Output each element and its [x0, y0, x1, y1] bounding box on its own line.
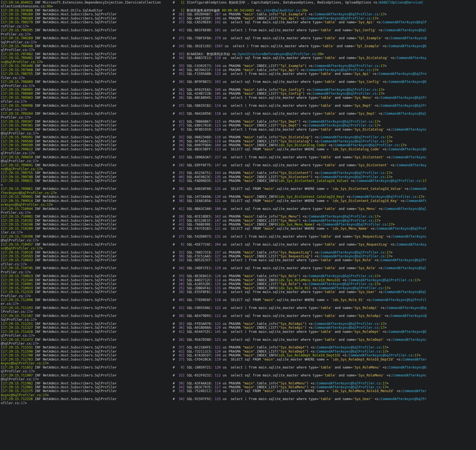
- log-row: [17:29:15.712144 INF NetAdmin.Host.Subsc…: [1, 278, 476, 282]
- log-row: [17:29:15.708889 INF NetAdmin.Host.Subsc…: [1, 80, 476, 84]
- terminal[interactable]: [17:29:14.850021 INF Microsoft.Extension…: [0, 0, 476, 450]
- log-row: [17:29:15.709755 INF NetAdmin.Host.Subsc…: [1, 171, 476, 175]
- log-row-continuation: erAsync@SqlProfiler.cs:17>: [1, 203, 476, 207]
- log-row: [17:29:15.711700 INF NetAdmin.Host.Subsc…: [1, 353, 476, 357]
- log-row: [17:29:15.712319 INF NetAdmin.Host.Subsc…: [1, 290, 476, 294]
- log-row-continuation: Profiler.cs:17>: [1, 270, 476, 274]
- log-row-continuation: @SqlProfiler.cs:17>: [1, 377, 476, 381]
- log-row: [17:29:15.709831 INF NetAdmin.Host.Subsc…: [1, 179, 476, 183]
- log-row: [17:29:15.709560 INF NetAdmin.Host.Subsc…: [1, 139, 476, 143]
- log-row-continuation: qlProfiler.cs:17>: [1, 84, 476, 88]
- log-row-continuation: ollectionExtensions.cs:95>: [1, 4, 476, 8]
- log-row-continuation: ofiler.cs:17>: [1, 262, 476, 266]
- log-row-continuation: Profiler.cs:17>: [1, 32, 476, 36]
- log-row-continuation: Profiler.cs:17>: [1, 211, 476, 215]
- log-row: [17:29:15.709264 INF NetAdmin.Host.Subsc…: [1, 112, 476, 116]
- log-row-continuation: Async@SqlProfiler.cs:17>: [1, 393, 476, 397]
- log-row: [17:29:15.709788 INF NetAdmin.Host.Subsc…: [1, 175, 476, 179]
- log-row: [17:29:15.711428 INF NetAdmin.Host.Subsc…: [1, 330, 476, 334]
- log-row-continuation: >: [1, 183, 476, 187]
- log-row: [17:29:15.710044 INF NetAdmin.Host.Subsc…: [1, 207, 476, 211]
- log-row: [17:29:15.709891 INF NetAdmin.Host.Subsc…: [1, 195, 476, 199]
- log-row: [17:29:15.709347 INF NetAdmin.Host.Subsc…: [1, 120, 476, 123]
- log-row-continuation: qlProfiler.cs:17>: [1, 369, 476, 373]
- log-row: [17:29:14.850021 INF Microsoft.Extension…: [1, 1, 476, 4]
- log-row: [17:29:15.712081 INF NetAdmin.Host.Subsc…: [1, 385, 476, 389]
- log-row: [17:29:15.709599 INF NetAdmin.Host.Subsc…: [1, 143, 476, 147]
- log-row: [17:29:15.709444 INF NetAdmin.Host.Subsc…: [1, 128, 476, 131]
- log-row: [17:29:15.710745 INF NetAdmin.Host.Subsc…: [1, 266, 476, 270]
- log-row-continuation: ofiler.cs:17>: [1, 401, 476, 405]
- log-row: [17:29:15.711167 INF NetAdmin.Host.Subsc…: [1, 314, 476, 318]
- log-row-continuation: iler.cs:17>: [1, 230, 476, 234]
- log-row: [17:29:15.710081 INF NetAdmin.Host.Subsc…: [1, 215, 476, 218]
- log-row-continuation: filer.cs:17>: [1, 76, 476, 80]
- log-row: [17:29:15.711473 INF NetAdmin.Host.Subsc…: [1, 338, 476, 342]
- log-row-continuation: SqlProfiler.cs:17>: [1, 40, 476, 44]
- log-row-continuation: rofiler.cs:17>: [1, 24, 476, 28]
- log-row: [17:29:15.707068 INF NetAdmin.Host.Subsc…: [1, 68, 476, 72]
- log-row-continuation: Profiler.cs:17>: [1, 294, 476, 298]
- log-row: [17:29:15.710289 INF NetAdmin.Host.Subsc…: [1, 227, 476, 230]
- log-row-continuation: SqlProfiler.cs:17>: [1, 318, 476, 322]
- log-row: [17:29:15.711531 INF NetAdmin.Host.Subsc…: [1, 345, 476, 349]
- log-row: [17:29:15.700295 INF NetAdmin.Host.Subsc…: [1, 28, 476, 32]
- log-row: [17:29:15.709481 INF NetAdmin.Host.Subsc…: [1, 56, 476, 60]
- log-row: [17:29:15.711982 INF NetAdmin.Host.Subsc…: [1, 381, 476, 385]
- log-row: [17:29:15.711852 INF NetAdmin.Host.Subsc…: [1, 365, 476, 369]
- log-row: [17:29:15.710813 INF NetAdmin.Host.Subsc…: [1, 274, 476, 278]
- log-row-continuation: ofiler.cs:17>: [1, 108, 476, 111]
- log-row: [17:29:15.711251 INF NetAdmin.Host.Subsc…: [1, 322, 476, 326]
- log-row-continuation: qlProfiler.cs:17>: [1, 334, 476, 338]
- log-row: [17:29:15.708755 INF NetAdmin.Host.Subsc…: [1, 72, 476, 76]
- log-row-continuation: @SqlProfiler.cs:17>: [1, 159, 476, 163]
- log-row-continuation: @SqlProfiler.cs:17>: [1, 238, 476, 242]
- log-row: [17:29:15.709983 INF NetAdmin.Host.Subsc…: [1, 96, 476, 100]
- log-row: [17:29:15.711103 INF NetAdmin.Host.Subsc…: [1, 306, 476, 310]
- log-row: [17:29:15.709622 INF NetAdmin.Host.Subsc…: [1, 147, 476, 151]
- log-row: [17:29:15.700269 INF NetAdmin.Host.Subsc…: [1, 16, 476, 20]
- log-row: [17:29:15.709096 INF NetAdmin.Host.Subsc…: [1, 104, 476, 108]
- log-row: [17:29:15.709659 INF NetAdmin.Host.Subsc…: [1, 155, 476, 159]
- log-row: [17:29:15.710398 INF NetAdmin.Host.Subsc…: [1, 235, 476, 238]
- log-row: [17:29:15.711008 INF NetAdmin.Host.Subsc…: [1, 298, 476, 302]
- log-row: [17:29:15.708960 INF NetAdmin.Host.Subsc…: [1, 92, 476, 95]
- log-row: [17:29:15.709381 INF NetAdmin.Host.Subsc…: [1, 123, 476, 127]
- log-row: [17:29:15.709501 INF NetAdmin.Host.Subsc…: [1, 135, 476, 139]
- log-row: [17:29:15.700269 INF NetAdmin.Host.Subsc…: [1, 36, 476, 40]
- log-row: [17:29:15.707082 INF NetAdmin.Host.Subsc…: [1, 52, 476, 56]
- terminal-output: [17:29:14.850021 INF Microsoft.Extension…: [1, 1, 476, 405]
- log-row-continuation: nc@SqlProfiler.cs:17>: [1, 60, 476, 64]
- log-row: [17:29:15.709861 INF NetAdmin.Host.Subsc…: [1, 187, 476, 191]
- log-row-continuation: fterAsync@SqlProfiler.cs:17>: [1, 191, 476, 195]
- log-row-continuation: nc@SqlProfiler.cs:17>: [1, 246, 476, 250]
- log-row: [17:29:15.710901 INF NetAdmin.Host.Subsc…: [1, 282, 476, 286]
- log-row: [17:29:15.712226 INF NetAdmin.Host.Subsc…: [1, 397, 476, 401]
- log-row: [17:29:15.712175 INF NetAdmin.Host.Subsc…: [1, 389, 476, 393]
- log-row-continuation: nc@SqlProfiler.cs:17>: [1, 167, 476, 171]
- log-row-continuation: lProfiler.cs:17>: [1, 310, 476, 314]
- log-row: [17:29:15.710248 INF NetAdmin.Host.Subsc…: [1, 223, 476, 226]
- log-row: [17:29:15.705440 INF NetAdmin.Host.Subsc…: [1, 64, 476, 68]
- log-row: [17:29:15.711907 INF NetAdmin.Host.Subsc…: [1, 373, 476, 377]
- log-row-continuation: Async@SqlProfiler.cs:17>: [1, 361, 476, 365]
- log-row: [17:29:15.710593 INF NetAdmin.Host.Subsc…: [1, 254, 476, 258]
- log-row-continuation: Profiler.cs:17>: [1, 116, 476, 119]
- log-row-continuation: er.cs:17>: [1, 302, 476, 306]
- log-row: [17:29:15.710192 INF NetAdmin.Host.Subsc…: [1, 219, 476, 223]
- log-row: [17:29:15.708901 INF NetAdmin.Host.Subsc…: [1, 88, 476, 92]
- log-row: [17:29:15.700448 INF NetAdmin.Host.Subsc…: [1, 44, 476, 48]
- log-row-continuation: @SqlProfiler.cs:17>: [1, 342, 476, 345]
- log-row: [17:29:15.711763 INF NetAdmin.Host.Subsc…: [1, 358, 476, 361]
- log-row-continuation: ofiler.cs:17>: [1, 100, 476, 103]
- log-row-continuation: @SqlProfiler.cs:17>: [1, 131, 476, 135]
- log-row-continuation: qlProfiler.cs:17>: [1, 151, 476, 155]
- log-row: [17:29:15.710933 INF NetAdmin.Host.Subsc…: [1, 286, 476, 290]
- log-row: [17:29:15.709914 INF NetAdmin.Host.Subsc…: [1, 199, 476, 203]
- log-row: [17:29:15.711327 INF NetAdmin.Host.Subsc…: [1, 326, 476, 330]
- log-row: [17:29:15.711598 INF NetAdmin.Host.Subsc…: [1, 350, 476, 353]
- log-row-continuation: qlProfiler.cs:17>: [1, 48, 476, 52]
- log-row: [17:29:15.710510 INF NetAdmin.Host.Subsc…: [1, 251, 476, 254]
- log-row: [17:29:15.710457 INF NetAdmin.Host.Subsc…: [1, 243, 476, 246]
- log-row: [17:29:15.710643 INF NetAdmin.Host.Subsc…: [1, 258, 476, 262]
